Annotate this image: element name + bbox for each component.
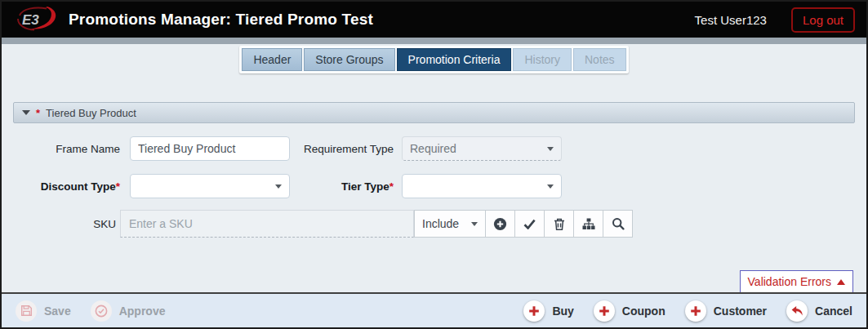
add-customer-button[interactable]: Customer (685, 300, 767, 322)
requirement-type-label: Requirement Type (290, 143, 394, 155)
approve-label: Approve (119, 305, 166, 318)
save-button[interactable]: Save (16, 300, 71, 322)
logged-in-user: Test User123 (695, 13, 767, 27)
action-bar-right: Buy Coupon Customer (523, 300, 852, 322)
requirement-type-select: Required (402, 136, 562, 161)
customer-label: Customer (714, 305, 767, 318)
caret-up-icon (837, 279, 845, 285)
approve-check-icon (95, 305, 108, 318)
add-buy-button[interactable]: Buy (523, 300, 573, 322)
frame-name-input[interactable] (130, 136, 290, 161)
include-value: Include (422, 217, 459, 230)
discount-tier-row: Discount Type* Tier Type* (13, 174, 855, 198)
required-marker: * (36, 107, 40, 119)
header-divider (2, 38, 866, 44)
tab-history[interactable]: History (513, 48, 572, 71)
plus-icon (690, 305, 701, 317)
validate-sku-button[interactable] (514, 210, 545, 238)
cancel-button[interactable]: Cancel (786, 300, 852, 322)
add-circle-icon (493, 217, 507, 231)
trash-icon (554, 218, 565, 230)
tiered-buy-product-section-header[interactable]: * Tiered Buy Product (13, 102, 855, 123)
e3-logo-icon: E3 (13, 5, 60, 34)
discount-type-label: Discount Type* (13, 180, 120, 193)
sku-row: SKU Include (13, 210, 855, 238)
sku-entry-group: Include (120, 210, 633, 238)
required-marker: * (116, 180, 120, 193)
tab-notes[interactable]: Notes (573, 48, 626, 71)
sku-label: SKU (13, 218, 116, 230)
approve-button[interactable]: Approve (91, 300, 166, 322)
coupon-label: Coupon (622, 305, 665, 318)
plus-icon (528, 305, 540, 317)
requirement-type-value: Required (410, 142, 456, 155)
svg-text:E3: E3 (22, 12, 39, 28)
section-title: Tiered Buy Product (46, 107, 136, 119)
collapse-caret-icon (22, 110, 30, 115)
buy-label: Buy (552, 305, 573, 318)
tab-header[interactable]: Header (242, 48, 302, 71)
add-coupon-button[interactable]: Coupon (594, 300, 665, 322)
plus-icon (599, 305, 610, 317)
tier-type-label: Tier Type* (290, 180, 394, 193)
validation-errors-label: Validation Errors (748, 275, 831, 288)
sitemap-icon (582, 218, 595, 230)
tab-group: Header Store Groups Promotion Criteria H… (239, 46, 628, 73)
dropdown-arrow-icon (275, 185, 282, 189)
tier-type-select[interactable] (402, 174, 562, 198)
delete-sku-button[interactable] (544, 210, 574, 238)
sku-hierarchy-button[interactable] (573, 210, 603, 238)
app-header: E3 Promotions Manager: Tiered Promo Test… (2, 2, 866, 38)
page-title: Promotions Manager: Tiered Promo Test (69, 11, 373, 29)
logout-button[interactable]: Log out (791, 7, 855, 33)
frame-name-label: Frame Name (13, 143, 120, 155)
tab-bar: Header Store Groups Promotion Criteria H… (2, 46, 866, 73)
frame-name-row: Frame Name Requirement Type Required (13, 136, 855, 161)
include-exclude-select[interactable]: Include (414, 210, 486, 238)
promotions-manager-window: E3 Promotions Manager: Tiered Promo Test… (0, 0, 868, 329)
dropdown-arrow-icon (547, 147, 554, 151)
discount-type-select[interactable] (130, 174, 290, 198)
add-sku-button[interactable] (485, 210, 515, 238)
tab-store-groups[interactable]: Store Groups (304, 48, 394, 71)
save-label: Save (44, 305, 71, 318)
validation-errors-button[interactable]: Validation Errors (740, 270, 853, 293)
search-icon (612, 217, 625, 230)
save-floppy-icon (20, 305, 33, 317)
action-bar: Save Approve Buy (2, 292, 866, 327)
dropdown-arrow-icon (547, 185, 554, 189)
sku-search-button[interactable] (603, 210, 633, 238)
sku-input[interactable] (120, 210, 414, 238)
undo-arrow-icon (790, 305, 803, 317)
required-marker: * (389, 180, 394, 193)
check-icon (523, 219, 536, 229)
cancel-label: Cancel (815, 305, 852, 318)
promotion-criteria-panel: * Tiered Buy Product Frame Name Requirem… (2, 102, 866, 238)
dropdown-arrow-icon (471, 222, 478, 226)
tab-promotion-criteria[interactable]: Promotion Criteria (397, 48, 512, 71)
